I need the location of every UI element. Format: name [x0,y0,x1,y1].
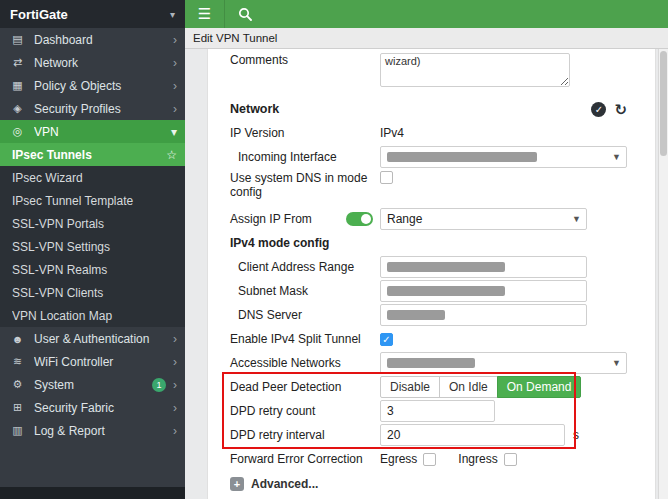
chevron-right-icon: › [173,103,177,115]
chevron-right-icon: › [173,425,177,437]
sidebar-item-ipsec-tunnels[interactable]: IPsec Tunnels ☆ [0,143,185,166]
field-row-use-system-dns: Use system DNS in mode config [230,169,627,207]
sidebar-item-security-profiles[interactable]: ◈ Security Profiles › [0,97,185,120]
field-label: Subnet Mask [230,284,380,298]
sidebar-item-sslvpn-portals[interactable]: SSL-VPN Portals [0,212,185,235]
section-header-network: Network ✓ ↻ [230,97,627,121]
egress-label: Egress [380,452,417,466]
form-card: Comments wizard) Network ✓ ↻ IP Version … [207,49,656,499]
comments-textarea[interactable]: wizard) [380,53,570,87]
field-label: Accessible Networks [230,356,380,370]
page-title: Edit VPN Tunnel [193,32,277,44]
redacted-value [387,358,475,368]
use-system-dns-checkbox[interactable] [380,171,393,184]
field-row-dead-peer-detection: Dead Peer Detection Disable On Idle On D… [230,375,627,399]
sidebar-item-security-fabric[interactable]: ⊞ Security Fabric › [0,396,185,419]
field-row-client-address-range: Client Address Range [230,255,627,279]
main-area: ☰ Edit VPN Tunnel Comments wizard) [185,0,668,499]
subsection-title: IPv4 mode config [230,236,380,250]
advanced-label: Advanced... [251,477,318,491]
scrollbar-thumb[interactable] [660,51,667,156]
chevron-right-icon: › [173,356,177,368]
dpd-option-disable[interactable]: Disable [380,376,440,398]
sidebar-item-wifi-controller[interactable]: ≋ WiFi Controller › [0,350,185,373]
field-row-assign-ip-from: Assign IP From Range ▼ [230,207,627,231]
accessible-networks-select[interactable]: ▼ [380,352,627,374]
field-row-subnet-mask: Subnet Mask [230,279,627,303]
favorite-star-icon[interactable]: ☆ [166,148,177,162]
dashboard-icon: ▤ [10,33,25,46]
security-profiles-icon: ◈ [10,102,25,115]
section-undo-icon[interactable]: ↻ [614,102,627,117]
client-address-range-input[interactable] [380,256,587,278]
sidebar: FortiGate ▾ ▤ Dashboard › ⇄ Network › ▦ … [0,0,185,499]
section-ok-icon[interactable]: ✓ [591,102,606,117]
sidebar-brand[interactable]: FortiGate ▾ [0,0,185,28]
dns-server-input[interactable] [380,304,587,326]
log-report-icon: ▥ [10,424,25,437]
chevron-right-icon: › [173,402,177,414]
user-authentication-icon: ☻ [10,333,25,345]
wifi-controller-icon: ≋ [10,355,25,368]
assign-ip-from-toggle[interactable] [346,212,373,226]
dpd-option-on-demand[interactable]: On Demand [497,376,582,398]
sidebar-item-log-report[interactable]: ▥ Log & Report › [0,419,185,442]
brand-label: FortiGate [10,7,68,22]
search-button[interactable] [225,0,265,28]
field-label: Enable IPv4 Split Tunnel [230,332,380,346]
sidebar-item-user-authentication[interactable]: ☻ User & Authentication › [0,327,185,350]
scrollbar-track[interactable] [658,49,668,499]
enable-split-tunnel-checkbox[interactable]: ✓ [380,333,393,346]
field-row-dpd-retry-interval: DPD retry interval s [230,423,627,447]
chevron-right-icon: › [173,57,177,69]
sidebar-item-network[interactable]: ⇄ Network › [0,51,185,74]
sidebar-footer-strip [0,487,185,499]
redacted-value [387,310,445,320]
sidebar-item-sslvpn-settings[interactable]: SSL-VPN Settings [0,235,185,258]
subnet-mask-input[interactable] [380,280,587,302]
ingress-label: Ingress [458,452,497,466]
sidebar-item-vpn-location-map[interactable]: VPN Location Map [0,304,185,327]
search-icon [238,7,252,21]
field-label: Use system DNS in mode config [230,171,380,199]
assign-ip-from-select[interactable]: Range ▼ [380,208,587,230]
chevron-down-icon: ▼ [572,214,581,224]
sidebar-item-ipsec-wizard[interactable]: IPsec Wizard [0,166,185,189]
sidebar-item-vpn[interactable]: ◎ VPN ▾ [0,120,185,143]
fec-egress-checkbox[interactable] [423,453,436,466]
sidebar-item-dashboard[interactable]: ▤ Dashboard › [0,28,185,51]
advanced-expander[interactable]: + Advanced... [230,471,627,497]
dpd-retry-count-input[interactable] [380,400,495,422]
sidebar-item-policy-objects[interactable]: ▦ Policy & Objects › [0,74,185,97]
chevron-right-icon: › [173,379,177,391]
sidebar-item-sslvpn-clients[interactable]: SSL-VPN Clients [0,281,185,304]
dpd-option-on-idle[interactable]: On Idle [439,376,498,398]
field-row-incoming-interface: Incoming Interface ▼ [230,145,627,169]
chevron-right-icon: › [173,333,177,345]
chevron-right-icon: › [173,80,177,92]
dead-peer-detection-segmented: Disable On Idle On Demand [380,376,581,398]
field-label: IP Version [230,126,380,140]
field-row-ip-version: IP Version IPv4 [230,121,627,145]
section-title: Network [230,102,279,116]
content: Comments wizard) Network ✓ ↻ IP Version … [185,49,668,499]
sidebar-collapse-icon[interactable]: ▾ [170,9,175,20]
fec-ingress-checkbox[interactable] [504,453,517,466]
sidebar-item-system[interactable]: ⚙ System 1 › [0,373,185,396]
fortigate-app: FortiGate ▾ ▤ Dashboard › ⇄ Network › ▦ … [0,0,668,499]
incoming-interface-select[interactable]: ▼ [380,146,627,168]
sidebar-item-sslvpn-realms[interactable]: SSL-VPN Realms [0,258,185,281]
dpd-retry-interval-input[interactable] [380,424,565,446]
chevron-right-icon: › [173,34,177,46]
system-gear-icon: ⚙ [10,378,25,391]
field-row-enable-split-tunnel: Enable IPv4 Split Tunnel ✓ [230,327,627,351]
field-label: Dead Peer Detection [230,380,380,394]
vpn-icon: ◎ [10,125,25,138]
sidebar-item-ipsec-tunnel-template[interactable]: IPsec Tunnel Template [0,189,185,212]
hamburger-menu-button[interactable]: ☰ [185,0,225,28]
redacted-value [387,286,505,296]
field-label: DPD retry count [230,404,380,418]
selected-option: Range [387,212,422,226]
field-row-forward-error-correction: Forward Error Correction Egress Ingress [230,447,627,471]
field-label: DPD retry interval [230,428,380,442]
